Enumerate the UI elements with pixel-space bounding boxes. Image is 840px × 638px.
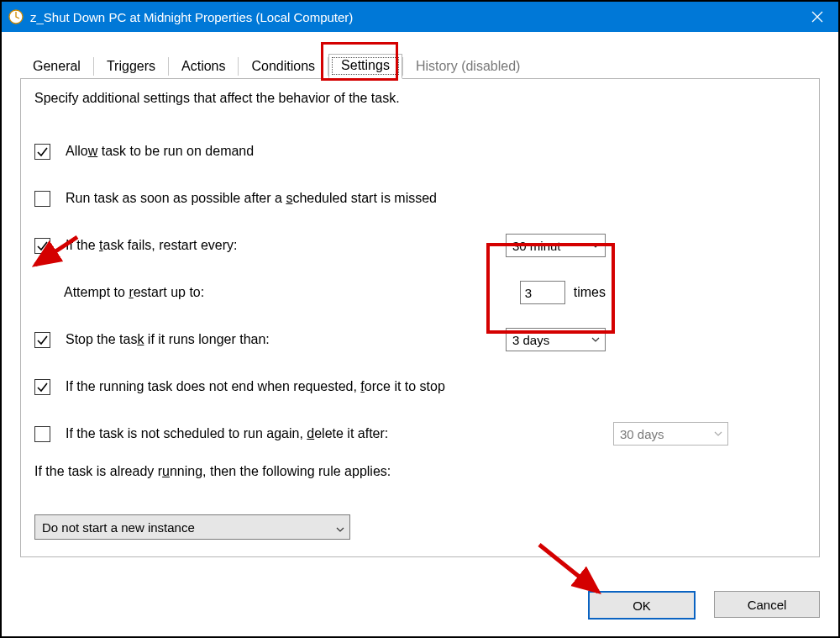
row-restart-every: If the task fails, restart every: 30 min… (34, 232, 806, 259)
ok-button[interactable]: OK (588, 591, 696, 620)
combo-restart-interval[interactable]: 30 minut (506, 234, 606, 257)
combo-running-rule[interactable]: Do not start a new instance (34, 514, 350, 540)
button-bar: OK Cancel (588, 591, 820, 620)
combo-delete-after: 30 days (613, 422, 728, 446)
checkbox-allow-on-demand[interactable] (34, 144, 50, 160)
row-attempt-upto: Attempt to restart up to: 3 times (34, 279, 806, 306)
task-scheduler-icon (8, 9, 24, 24)
chevron-down-icon (336, 520, 344, 535)
row-force-stop: If the running task does not end when re… (34, 373, 806, 400)
label-run-asap: Run task as soon as possible after a sch… (66, 191, 437, 206)
label-force-stop: If the running task does not end when re… (66, 379, 445, 394)
label-stop-longer: Stop the task if it runs longer than: (66, 332, 270, 347)
label-restart-every: If the task fails, restart every: (66, 238, 238, 253)
close-button[interactable] (796, 2, 838, 32)
window-title: z_Shut Down PC at Midnight Properties (L… (30, 10, 796, 24)
titlebar[interactable]: z_Shut Down PC at Midnight Properties (L… (2, 2, 838, 32)
chevron-down-icon (590, 243, 601, 248)
checkbox-delete-after[interactable] (34, 426, 50, 442)
row-allow-on-demand: Allow task to be run on demand (34, 138, 806, 165)
tab-conditions[interactable]: Conditions (239, 55, 328, 78)
row-stop-longer: Stop the task if it runs longer than: 3 … (34, 326, 806, 353)
input-restart-count[interactable]: 3 (520, 281, 565, 304)
settings-intro: Specify additional settings that affect … (34, 91, 806, 106)
label-rule-intro: If the task is already running, then the… (34, 464, 806, 479)
tab-triggers[interactable]: Triggers (94, 55, 168, 78)
row-run-asap: Run task as soon as possible after a sch… (34, 185, 806, 212)
checkbox-restart-every[interactable] (34, 238, 50, 254)
settings-panel: Specify additional settings that affect … (20, 79, 820, 557)
tab-settings[interactable]: Settings (328, 54, 402, 79)
close-icon (811, 11, 823, 23)
row-delete-after: If the task is not scheduled to run agai… (34, 420, 806, 447)
chevron-down-icon (590, 337, 601, 342)
checkbox-stop-longer[interactable] (34, 332, 50, 348)
checkbox-run-asap[interactable] (34, 191, 50, 207)
window-frame: z_Shut Down PC at Midnight Properties (L… (0, 0, 840, 638)
label-delete-after: If the task is not scheduled to run agai… (66, 426, 388, 441)
tab-actions[interactable]: Actions (169, 55, 238, 78)
cancel-button[interactable]: Cancel (714, 591, 820, 618)
chevron-down-icon (712, 431, 724, 436)
combo-stop-after[interactable]: 3 days (506, 328, 606, 351)
tab-history[interactable]: History (disabled) (403, 55, 533, 78)
client-area: General Triggers Actions Conditions Sett… (2, 32, 838, 569)
label-allow-on-demand: Allow task to be run on demand (66, 144, 254, 159)
tab-general[interactable]: General (20, 55, 93, 78)
label-attempt-upto: Attempt to restart up to: (64, 285, 204, 300)
checkbox-force-stop[interactable] (34, 379, 50, 395)
label-times: times (574, 285, 606, 300)
tab-strip: General Triggers Actions Conditions Sett… (20, 50, 820, 79)
